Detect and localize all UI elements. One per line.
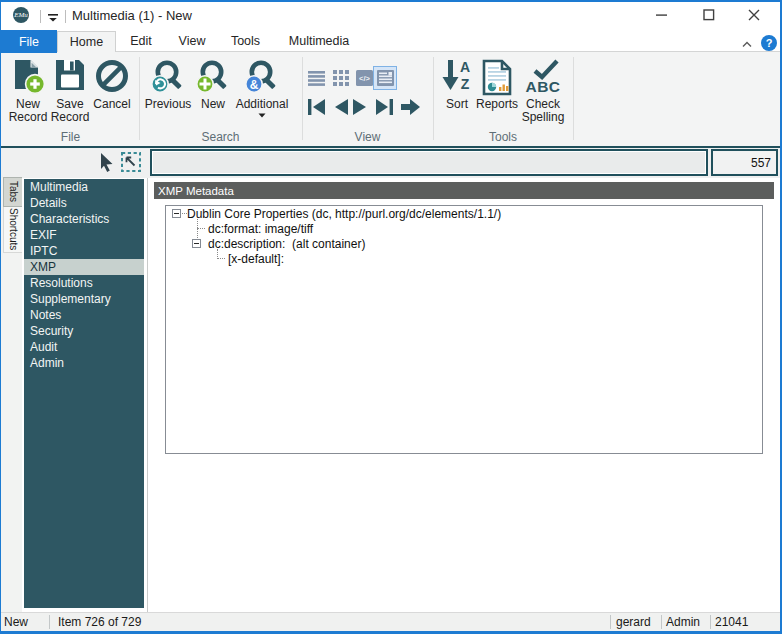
maximize-button[interactable] [692, 2, 726, 28]
tab-list-item-supplementary[interactable]: Supplementary [24, 291, 144, 307]
titlebar-separator [65, 10, 66, 23]
status-separator [661, 615, 662, 629]
sort-button[interactable]: A Z Sort [437, 59, 477, 111]
titlebar-separator [40, 10, 41, 23]
close-button[interactable] [737, 2, 771, 28]
tree-node-x-default[interactable]: [x-default]: [228, 251, 284, 266]
quick-access-dropdown-icon[interactable] [47, 12, 59, 22]
group-separator [573, 57, 574, 140]
cancel-icon [95, 59, 129, 97]
ribbon-tab-row: File Home Edit View Tools Multimedia ? [1, 30, 780, 52]
svg-text:&: & [250, 78, 259, 92]
tree-connector [197, 228, 205, 229]
page-view-icon[interactable] [373, 66, 397, 90]
tab-list-item-notes[interactable]: Notes [24, 307, 144, 323]
minimize-button[interactable] [645, 2, 679, 28]
status-item-position: Item 726 of 729 [58, 613, 141, 631]
check-spelling-label: Check Spelling [517, 98, 569, 124]
tab-edit[interactable]: Edit [116, 31, 166, 51]
svg-text:A: A [459, 59, 469, 75]
new-record-label: New Record [5, 98, 51, 124]
previous-search-button[interactable]: Previous [142, 59, 194, 111]
tab-list-item-admin[interactable]: Admin [24, 355, 144, 371]
new-record-button[interactable]: New Record [5, 59, 51, 124]
additional-search-icon: & [243, 59, 281, 97]
first-record-icon[interactable] [307, 98, 326, 116]
ribbon: New Record Save Record Cancel [1, 52, 780, 146]
check-spelling-button[interactable]: ABC Check Spelling [517, 59, 569, 124]
tab-list-item-security[interactable]: Security [24, 323, 144, 339]
tab-list-item-exif[interactable]: EXIF [24, 227, 144, 243]
reports-icon [482, 59, 512, 97]
status-port: 21041 [715, 613, 748, 631]
record-search-field[interactable] [150, 149, 708, 176]
save-record-icon [54, 59, 86, 97]
cursor-tool-icon[interactable] [98, 153, 114, 172]
tree-node-dc-format[interactable]: dc:format: image/tiff [208, 221, 313, 236]
new-search-button[interactable]: New [194, 59, 232, 111]
previous-record-icon[interactable] [333, 98, 350, 116]
tab-list-item-xmp[interactable]: XMP [24, 259, 144, 275]
tab-list-item-iptc[interactable]: IPTC [24, 243, 144, 259]
reports-label: Reports [476, 98, 518, 111]
tab-list-item-multimedia[interactable]: Multimedia [24, 179, 144, 195]
tab-file[interactable]: File [1, 30, 57, 53]
marquee-select-icon[interactable] [121, 152, 141, 172]
additional-dropdown-icon [258, 113, 266, 118]
status-separator [710, 615, 711, 629]
help-icon[interactable]: ? [761, 35, 777, 51]
tab-list: Multimedia Details Characteristics EXIF … [24, 179, 144, 608]
record-toolbar: 557 [1, 148, 780, 178]
save-record-button[interactable]: Save Record [49, 59, 91, 124]
additional-search-label: Additional [236, 98, 289, 111]
side-tab-tabs[interactable]: Tabs [3, 177, 22, 207]
tab-view[interactable]: View [166, 31, 218, 51]
tab-list-item-characteristics[interactable]: Characteristics [24, 211, 144, 227]
additional-search-button[interactable]: & Additional [232, 59, 292, 118]
svg-text:Z: Z [460, 76, 469, 92]
status-bar: New Item 726 of 729 gerard Admin 21041 [1, 613, 780, 631]
new-search-icon [194, 59, 232, 97]
next-record-icon[interactable] [351, 98, 368, 116]
tools-group-label: Tools [433, 130, 573, 144]
tab-home[interactable]: Home [57, 31, 116, 52]
reports-button[interactable]: Reports [474, 59, 520, 111]
tree-node-root[interactable]: Dublin Core Properties (dc, http://purl.… [187, 206, 501, 221]
content-header: XMP Metadata [154, 182, 774, 199]
tree-expander-collapse[interactable] [172, 209, 181, 218]
last-record-icon[interactable] [374, 98, 393, 116]
check-spelling-icon: ABC [523, 59, 563, 97]
xmp-tree-panel[interactable]: Dublin Core Properties (dc, http://purl.… [165, 205, 763, 454]
window-border-top [0, 0, 782, 2]
collapse-ribbon-icon[interactable] [738, 38, 756, 50]
sort-icon: A Z [442, 59, 473, 97]
tab-tools[interactable]: Tools [218, 31, 273, 51]
view-group-label: View [302, 130, 433, 144]
svg-text:ABC: ABC [525, 78, 560, 95]
record-search-input[interactable] [153, 152, 705, 173]
tab-list-item-audit[interactable]: Audit [24, 339, 144, 355]
cancel-button[interactable]: Cancel [91, 59, 133, 111]
group-separator [433, 57, 434, 140]
tree-connector [217, 258, 225, 259]
list-view-icon[interactable] [307, 69, 325, 87]
tab-list-item-resolutions[interactable]: Resolutions [24, 275, 144, 291]
tab-multimedia[interactable]: Multimedia [273, 31, 365, 51]
search-group-label: Search [139, 130, 302, 144]
tree-node-dc-description[interactable]: dc:description: (alt container) [208, 236, 365, 251]
code-view-icon[interactable]: </> [355, 69, 373, 87]
file-group-label: File [2, 130, 139, 144]
side-tab-tabs-label: Tabs [8, 181, 19, 202]
grid-view-icon[interactable] [332, 69, 350, 87]
status-user: gerard [616, 613, 651, 631]
goto-record-icon[interactable] [400, 98, 420, 116]
title-bar: EMu Multimedia (1) - New [1, 2, 780, 30]
tab-list-item-details[interactable]: Details [24, 195, 144, 211]
app-logo-icon[interactable]: EMu [13, 7, 29, 23]
tree-expander-collapse[interactable] [192, 239, 201, 248]
sort-label: Sort [446, 98, 468, 111]
side-tab-shortcuts[interactable]: Shortcuts [3, 207, 22, 253]
group-separator [302, 57, 303, 140]
status-separator [610, 615, 611, 629]
previous-search-icon [149, 59, 187, 97]
